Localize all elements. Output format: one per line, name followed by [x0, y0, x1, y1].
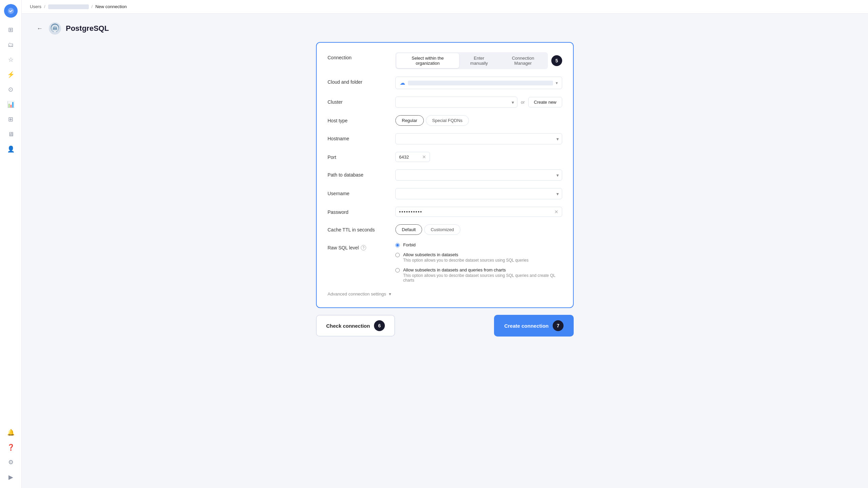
- raw-sql-radio-subselects-charts[interactable]: [395, 268, 400, 272]
- path-database-field: [395, 169, 562, 181]
- chevron-down-icon: ▾: [556, 81, 558, 85]
- cluster-select[interactable]: [395, 97, 517, 108]
- username-control: [395, 188, 562, 199]
- app-logo[interactable]: [4, 4, 18, 18]
- sidebar-item-chart[interactable]: 📊: [4, 98, 18, 111]
- connection-label: Connection: [328, 52, 389, 60]
- cluster-control: or Create new: [395, 97, 562, 108]
- port-row: Port ✕: [328, 152, 562, 162]
- advanced-settings-label: Advanced connection settings: [328, 291, 386, 297]
- breadcrumb-org: [48, 4, 89, 9]
- connection-card: Connection Select within the organizatio…: [316, 42, 574, 308]
- username-field: [395, 188, 562, 199]
- hostname-input[interactable]: [395, 133, 562, 144]
- create-new-button[interactable]: Create new: [528, 97, 562, 107]
- password-label: Password: [328, 207, 389, 215]
- hostname-input-wrap: [395, 133, 562, 144]
- host-type-control: Regular Special FQDNs: [395, 115, 562, 126]
- password-wrap: •••••••••• ✕: [395, 207, 562, 217]
- hostname-row: Hostname: [328, 133, 562, 144]
- port-label: Port: [328, 152, 389, 160]
- cloud-folder-label: Cloud and folder: [328, 77, 389, 85]
- host-type-label: Host type: [328, 115, 389, 123]
- sidebar-item-monitor[interactable]: 🖥: [4, 127, 18, 141]
- raw-sql-radio-forbid[interactable]: [395, 243, 400, 247]
- username-input[interactable]: [395, 188, 562, 199]
- password-dots: ••••••••••: [399, 209, 552, 215]
- cache-default-button[interactable]: Default: [395, 224, 422, 235]
- connection-tab-group: Select within the organization Enter man…: [395, 52, 548, 69]
- create-connection-button[interactable]: Create connection 7: [494, 315, 574, 337]
- raw-sql-control: Forbid Allow subselects in datasets This…: [395, 242, 562, 283]
- cluster-label: Cluster: [328, 97, 389, 105]
- breadcrumb: Users / / New connection: [22, 0, 868, 14]
- main-content: Users / / New connection ← PostgreSQL Co…: [22, 0, 868, 488]
- raw-sql-label: Raw SQL level ?: [328, 242, 389, 250]
- host-type-row: Host type Regular Special FQDNs: [328, 115, 562, 126]
- sidebar-item-play[interactable]: ▶: [4, 470, 18, 484]
- password-clear-button[interactable]: ✕: [554, 209, 558, 215]
- cloud-folder-row: Cloud and folder ☁ ▾: [328, 77, 562, 89]
- connection-step-badge: 5: [551, 55, 562, 66]
- page-title: PostgreSQL: [66, 24, 109, 33]
- postgresql-icon: [48, 22, 62, 35]
- password-row: Password •••••••••• ✕: [328, 207, 562, 217]
- sidebar-item-grid[interactable]: ⊞: [4, 23, 18, 37]
- sidebar-item-table[interactable]: ⊞: [4, 113, 18, 126]
- raw-sql-subselects-label: Allow subselects in datasets: [403, 252, 529, 257]
- cloud-folder-select[interactable]: ☁ ▾: [395, 77, 562, 89]
- create-connection-badge: 7: [553, 320, 564, 331]
- port-control: ✕: [395, 152, 562, 162]
- sidebar-item-help[interactable]: ❓: [4, 441, 18, 454]
- sidebar-item-user[interactable]: 👤: [4, 142, 18, 156]
- host-type-group: Regular Special FQDNs: [395, 115, 469, 126]
- raw-sql-help-icon[interactable]: ?: [361, 245, 366, 250]
- cache-ttl-label: Cache TTL in seconds: [328, 224, 389, 232]
- path-database-control: [395, 169, 562, 181]
- path-database-label: Path to database: [328, 169, 389, 178]
- sidebar-item-folders[interactable]: 🗂: [4, 38, 18, 52]
- raw-sql-subselects-charts-label: Allow subselects in datasets and queries…: [403, 267, 562, 272]
- sidebar-item-settings[interactable]: ⚙: [4, 455, 18, 469]
- sidebar-item-bell[interactable]: 🔔: [4, 426, 18, 439]
- sidebar-item-connections[interactable]: ⊙: [4, 83, 18, 96]
- tab-enter-manually[interactable]: Enter manually: [460, 53, 498, 68]
- hostname-control: [395, 133, 562, 144]
- back-button[interactable]: ←: [35, 24, 44, 34]
- cluster-row: Cluster or Create new: [328, 97, 562, 108]
- host-type-regular[interactable]: Regular: [395, 115, 424, 126]
- path-database-input[interactable]: [395, 169, 562, 181]
- raw-sql-label-text: Raw SQL level: [328, 245, 359, 250]
- hostname-label: Hostname: [328, 133, 389, 141]
- or-text: or: [521, 100, 525, 105]
- raw-sql-subselects-charts-desc: This option allows you to describe datas…: [403, 273, 562, 283]
- advanced-settings-toggle[interactable]: Advanced connection settings ▾: [328, 290, 562, 298]
- username-row: Username: [328, 188, 562, 199]
- raw-sql-radio-subselects[interactable]: [395, 253, 400, 257]
- raw-sql-subselects-desc: This option allows you to describe datas…: [403, 258, 529, 263]
- sidebar-item-star[interactable]: ☆: [4, 53, 18, 66]
- host-type-special[interactable]: Special FQDNs: [426, 115, 469, 126]
- check-connection-label: Check connection: [326, 323, 370, 329]
- cloud-folder-control: ☁ ▾: [395, 77, 562, 89]
- port-wrap: ✕: [395, 152, 430, 162]
- breadcrumb-current: New connection: [95, 4, 127, 9]
- path-database-row: Path to database: [328, 169, 562, 181]
- breadcrumb-users[interactable]: Users: [30, 4, 41, 9]
- port-clear-button[interactable]: ✕: [422, 154, 426, 160]
- cloud-folder-text: [408, 81, 553, 85]
- tab-connection-manager[interactable]: Connection Manager: [499, 53, 547, 68]
- check-connection-button[interactable]: Check connection 6: [316, 315, 395, 337]
- sidebar-item-flash[interactable]: ⚡: [4, 68, 18, 81]
- raw-sql-forbid-label: Forbid: [403, 242, 416, 247]
- tab-select-org[interactable]: Select within the organization: [396, 53, 459, 68]
- connection-type-row: Connection Select within the organizatio…: [328, 52, 562, 69]
- cache-customized-button[interactable]: Customized: [424, 224, 460, 235]
- advanced-settings-chevron: ▾: [389, 291, 391, 297]
- title-row: ← PostgreSQL: [35, 22, 854, 35]
- connection-type-control: Select within the organization Enter man…: [395, 52, 562, 69]
- raw-sql-option-subselects: Allow subselects in datasets This option…: [395, 252, 562, 263]
- port-input[interactable]: [399, 155, 419, 160]
- password-control: •••••••••• ✕: [395, 207, 562, 217]
- page-body: ← PostgreSQL Connection Select within th…: [22, 14, 868, 488]
